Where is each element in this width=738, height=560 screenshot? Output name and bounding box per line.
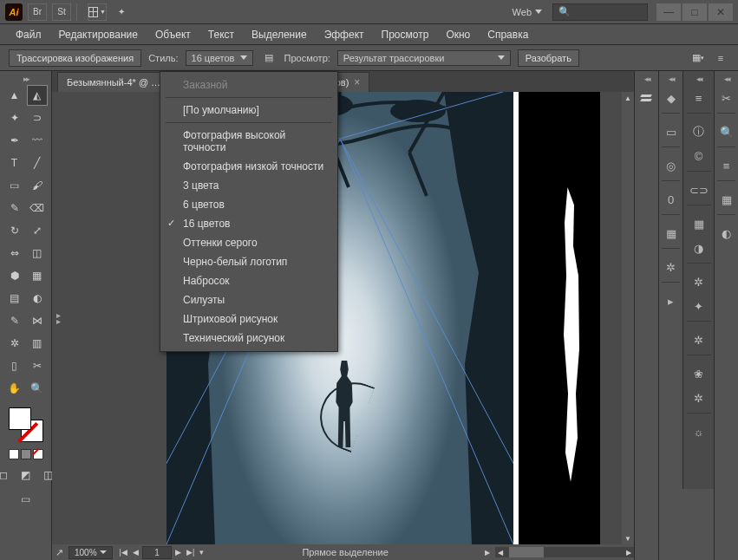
play-icon[interactable]: ▸ — [662, 291, 681, 310]
draw-behind-icon[interactable]: ◩ — [16, 465, 36, 485]
align-icon[interactable]: ≡ — [717, 156, 736, 175]
fill-swatch[interactable] — [9, 407, 31, 430]
zoom-tool[interactable]: 🔍 — [27, 378, 48, 399]
expand-button[interactable]: Разобрать — [518, 49, 579, 67]
rectangle-tool[interactable]: ▭ — [4, 175, 25, 196]
draw-normal-icon[interactable]: ◻ — [0, 465, 14, 485]
transform-icon[interactable]: ◐ — [717, 224, 736, 243]
color-icon[interactable]: ◑ — [689, 238, 709, 257]
zoom-icon[interactable]: 🔍 — [717, 122, 736, 141]
layers-icon[interactable] — [637, 88, 656, 107]
scroll-up-icon[interactable]: ▲ — [622, 92, 634, 104]
shape-builder-tool[interactable]: ⬢ — [4, 265, 25, 286]
artboard-number[interactable]: 1 — [142, 546, 172, 559]
lines-icon[interactable]: ≡ — [689, 88, 709, 107]
left-collapse-strip[interactable]: ▸▸ — [52, 92, 64, 544]
transparency-icon[interactable]: ▦ — [662, 224, 681, 243]
dropdown-item-7[interactable]: Черно-белый логотип — [160, 252, 337, 271]
transform-panel-icon[interactable]: ▦▾ — [689, 49, 707, 67]
hand-tool[interactable]: ✋ — [4, 378, 25, 399]
panel-menu-icon[interactable]: ≡ — [712, 49, 729, 67]
gradient-mode-icon[interactable] — [21, 449, 31, 459]
dropdown-item-8[interactable]: Набросок — [160, 271, 337, 290]
menu-type[interactable]: Текст — [199, 25, 243, 44]
eraser-tool[interactable]: ⌫ — [27, 198, 48, 218]
menu-edit[interactable]: Редактирование — [50, 25, 147, 44]
lasso-tool[interactable]: ⊃ — [27, 107, 48, 128]
horizontal-scrollbar[interactable]: ◀▶ — [495, 547, 634, 557]
scale-tool[interactable]: ⤢ — [27, 220, 48, 241]
dropdown-item-10[interactable]: Штриховой рисунок — [160, 309, 337, 329]
eyedropper-tool[interactable]: ✎ — [4, 310, 25, 331]
pen-tool[interactable]: ✒ — [4, 130, 25, 151]
menu-object[interactable]: Объект — [147, 25, 199, 44]
dropdown-item-5[interactable]: 16 цветов — [160, 214, 337, 233]
gpu-icon[interactable]: ✦ — [112, 3, 131, 21]
crop-icon[interactable]: ✂ — [717, 88, 736, 107]
dropdown-item-1[interactable]: Фотография высокой точности — [160, 126, 337, 157]
artboard-tool[interactable]: ▯ — [4, 355, 25, 376]
blend-tool[interactable]: ⋈ — [27, 310, 48, 331]
gradient-tool[interactable]: ◐ — [27, 288, 48, 309]
gear-icon[interactable]: ✲ — [662, 257, 681, 277]
paintbrush-tool[interactable]: 🖌 — [27, 175, 48, 196]
free-transform-tool[interactable]: ◫ — [27, 243, 48, 264]
width-tool[interactable]: ⇔ — [4, 243, 25, 264]
sun-icon[interactable]: ☼ — [689, 422, 709, 441]
spray-icon[interactable]: ✲ — [689, 388, 709, 407]
search-input[interactable]: 🔍 — [552, 3, 648, 21]
arrange-docs-icon[interactable]: ▼ — [88, 3, 107, 21]
line-tool[interactable]: ╱ — [27, 153, 48, 173]
dropdown-item-2[interactable]: Фотография низкой точности — [160, 157, 337, 176]
swatches-icon[interactable]: ▦ — [689, 214, 709, 233]
type-panel-icon[interactable]: 0 — [662, 190, 681, 209]
tab-close-icon[interactable]: × — [354, 76, 360, 88]
menu-help[interactable]: Справка — [479, 25, 537, 44]
flower-icon[interactable]: ❀ — [689, 364, 709, 383]
image-trace-button[interactable]: Трассировка изображения — [9, 49, 141, 67]
menu-select[interactable]: Выделение — [243, 25, 316, 44]
document-profile-select[interactable]: Web — [507, 5, 547, 19]
viewport[interactable] — [64, 92, 622, 544]
dropdown-item-0[interactable]: [По умолчанию] — [160, 101, 337, 120]
type-tool[interactable]: T — [4, 153, 25, 173]
dropdown-item-3[interactable]: 3 цвета — [160, 176, 337, 195]
symbol-icon[interactable]: ✦ — [689, 296, 709, 316]
dropdown-item-4[interactable]: 6 цветов — [160, 195, 337, 214]
tools-handle[interactable]: ▸▸ — [3, 75, 48, 83]
artboard-nav[interactable]: |◀◀ 1 ▶▶| ▾ — [118, 546, 206, 559]
pathfinder-icon[interactable]: ▦ — [717, 190, 736, 209]
brush-icon[interactable]: ✲ — [689, 272, 709, 291]
curvature-tool[interactable]: 〰 — [27, 130, 48, 151]
direct-selection-tool[interactable]: ◭ — [27, 85, 48, 106]
mesh-tool[interactable]: ▤ — [4, 288, 25, 309]
vertical-scrollbar[interactable]: ▲ ▼ — [622, 92, 634, 544]
export-icon[interactable]: ↗ — [56, 547, 63, 558]
style-select[interactable]: 16 цветов — [186, 50, 253, 66]
symbol-sprayer-tool[interactable]: ✲ — [4, 333, 25, 354]
fill-stroke-swatches[interactable] — [9, 407, 43, 442]
slice-tool[interactable]: ✂ — [27, 355, 48, 376]
dropdown-item-9[interactable]: Силуэты — [160, 290, 337, 309]
dropdown-item-6[interactable]: Оттенки серого — [160, 233, 337, 252]
none-mode-icon[interactable] — [33, 449, 43, 459]
maximize-button[interactable]: □ — [682, 3, 707, 21]
bridge-icon[interactable]: Br — [28, 3, 47, 21]
gear2-icon[interactable]: ✲ — [689, 330, 709, 349]
perspective-grid-tool[interactable]: ▦ — [27, 265, 48, 286]
dropdown-item-11[interactable]: Технический рисунок — [160, 329, 337, 348]
pencil-tool[interactable]: ✎ — [4, 198, 25, 218]
stock-icon[interactable]: St — [52, 3, 71, 21]
menu-view[interactable]: Просмотр — [373, 25, 438, 44]
magic-wand-tool[interactable]: ✦ — [4, 107, 25, 128]
cc-icon[interactable]: © — [689, 147, 709, 166]
menu-effect[interactable]: Эффект — [316, 25, 373, 44]
appearance-icon[interactable]: ◎ — [662, 156, 681, 175]
zoom-select[interactable]: 100% — [69, 546, 113, 559]
menu-file[interactable]: Файл — [7, 25, 50, 44]
screen-mode-icon[interactable]: ▭ — [16, 489, 36, 510]
layers-icon[interactable]: ◆ — [662, 88, 681, 107]
trace-options-icon[interactable]: ▤ — [260, 49, 278, 67]
menu-window[interactable]: Окно — [437, 25, 479, 44]
info-icon[interactable]: ⓘ — [689, 122, 709, 141]
